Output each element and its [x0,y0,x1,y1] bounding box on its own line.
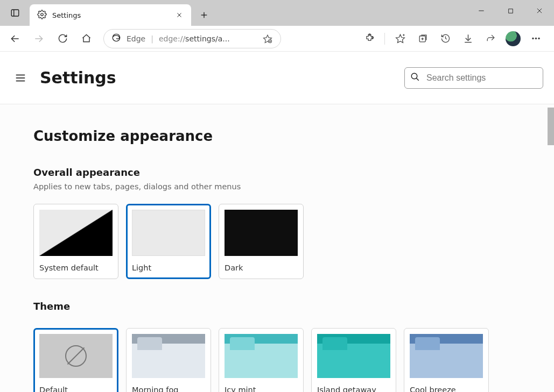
settings-title: Settings [40,68,116,87]
titlebar: Settings [0,0,554,26]
minimize-button[interactable] [467,0,496,22]
appearance-option-system-default[interactable]: System default [33,204,118,279]
page-heading: Customize appearance [33,128,517,144]
history-button[interactable] [434,28,456,49]
theme-label: Island getaway [317,386,390,392]
site-identity-label: Edge [127,34,145,43]
favorites-button[interactable] [389,28,411,49]
appearance-label: Dark [225,263,298,272]
swatch-default [39,334,113,378]
theme-option-default[interactable]: Default [33,328,118,392]
separator: | [151,34,153,43]
theme-option-island-getaway[interactable]: Island getaway [311,328,396,392]
overall-appearance-desc: Applies to new tabs, pages, dialogs and … [33,182,517,191]
tab-actions-button[interactable] [0,0,30,26]
gear-icon [37,10,47,21]
swatch-island-getaway [317,334,390,378]
svg-line-35 [416,78,419,81]
swatch-morning-fog [132,334,205,378]
swatch-system [39,210,113,256]
settings-search-input[interactable] [426,73,537,83]
overall-appearance-title: Overall appearance [33,167,517,178]
favorite-button[interactable] [259,30,276,47]
forward-button[interactable] [28,28,50,49]
theme-title: Theme [33,301,517,312]
overall-appearance-options: System default Light Dark [33,204,517,279]
url-text: edge://settings/a... [159,34,230,43]
address-bar[interactable]: Edge | edge://settings/a... [103,29,281,48]
tab-close-button[interactable] [173,9,186,22]
svg-rect-8 [508,9,513,13]
edge-logo-icon [111,33,121,44]
collections-button[interactable] [412,28,433,49]
svg-point-28 [532,38,533,39]
maximize-button[interactable] [496,0,525,22]
divider [384,33,385,45]
back-button[interactable] [4,28,26,49]
svg-point-34 [411,73,417,79]
tabstrip: Settings [30,0,215,26]
window-controls [467,0,554,22]
new-tab-button[interactable] [193,4,215,26]
theme-label: Cool breeze [410,386,483,392]
theme-label: Icy mint [225,386,298,392]
search-icon [410,72,420,83]
refresh-button[interactable] [52,28,73,49]
menu-button[interactable] [11,68,30,88]
tab-settings[interactable]: Settings [30,4,191,26]
profile-avatar[interactable] [506,31,521,46]
svg-point-30 [538,38,539,39]
svg-point-29 [535,38,536,39]
no-theme-icon [65,345,87,367]
svg-point-2 [41,13,44,16]
theme-option-cool-breeze[interactable]: Cool breeze [404,328,489,392]
swatch-icy-mint [225,334,298,378]
extensions-button[interactable] [359,28,380,49]
swatch-dark [225,210,298,256]
appearance-label: Light [132,263,205,272]
theme-options: Default Morning fog Icy mint [33,328,517,392]
home-button[interactable] [75,28,97,49]
settings-search[interactable] [404,67,543,89]
browser-toolbar: Edge | edge://settings/a... [0,26,554,52]
toolbar-right [359,28,550,49]
more-button[interactable] [525,28,546,49]
swatch-light [132,210,205,256]
settings-header: Settings [0,52,554,104]
theme-option-morning-fog[interactable]: Morning fog [126,328,211,392]
swatch-cool-breeze [410,334,483,378]
tab-title: Settings [52,11,167,19]
appearance-option-light[interactable]: Light [126,204,211,279]
theme-option-icy-mint[interactable]: Icy mint [219,328,304,392]
theme-label: Morning fog [132,386,205,392]
content-area: Customize appearance Overall appearance … [0,104,554,392]
svg-marker-20 [396,34,404,42]
theme-label: Default [39,386,113,392]
svg-rect-0 [11,10,19,16]
share-button[interactable] [480,28,501,49]
scrollbar-thumb[interactable] [548,108,554,145]
appearance-label: System default [39,263,113,272]
downloads-button[interactable] [457,28,479,49]
close-button[interactable] [525,0,554,22]
appearance-option-dark[interactable]: Dark [219,204,304,279]
